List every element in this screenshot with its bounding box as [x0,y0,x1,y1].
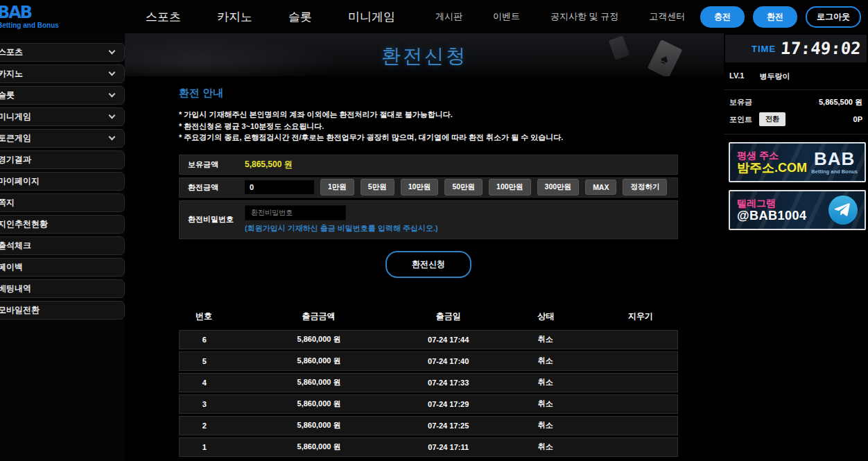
table-row: 5 5,860,000 원 07-24 17:40 취소 [179,351,678,371]
hero-banner: ♠ 환전신청 [125,33,724,76]
amount-input[interactable] [245,180,314,194]
point-value: 0P [853,115,862,123]
point-label: 포인트 [729,114,752,125]
amount-max-button[interactable]: MAX [585,180,616,195]
status-badge: 취소 [488,356,602,366]
nav-board[interactable]: 게시판 [435,10,462,23]
nav-sports[interactable]: 스포츠 [146,9,181,25]
server-clock: TIME 17:49:02 [725,35,867,62]
sidebar-item-minigame[interactable]: 미니게임 [0,107,125,126]
point-convert-button[interactable]: 전환 [759,112,785,126]
nav-minigame[interactable]: 미니게임 [348,9,395,25]
withdraw-password-input[interactable] [245,205,346,220]
amount-500k-button[interactable]: 50만원 [444,179,483,195]
page-title: 환전신청 [125,43,724,69]
sidebar-item-bet-history[interactable]: 베팅내역 [0,279,125,298]
table-row: 2 5,860,000 원 07-24 17:25 취소 [179,416,678,435]
user-level: LV.1 [729,71,744,82]
main-nav: 스포츠 카지노 슬롯 미니게임 [146,9,395,25]
guide-note: * 주요경기의 종료, 은행점검시간 전/후로는 환전업무가 굉장히 많으며, … [179,132,678,143]
sidebar-item-payback[interactable]: 페이백 [0,258,125,277]
amount-1m-button[interactable]: 100만원 [489,179,531,195]
header-date: 출금일 [408,311,488,322]
amount-row: 환전금액 1만원 5만원 10만원 50만원 100만원 300만원 MAX 정… [179,177,678,198]
telegram-banner[interactable]: 텔레그램 @BAB1004 [729,190,866,230]
user-level-row: LV.1 병두랑이 [724,62,868,90]
time-value: 17:49:02 [780,39,862,58]
balance-row: 보유금액 5,865,500 원 [179,155,678,175]
nav-slots[interactable]: 슬롯 [288,9,312,25]
balance-value: 5,865,500 원 [245,159,293,171]
withdraw-form: 보유금액 5,865,500 원 환전금액 1만원 5만원 10만원 50만원 … [179,155,678,239]
address-banner[interactable]: 평생 주소 밤주소.COM BAB Betting and Bonus [729,142,866,182]
nav-casino[interactable]: 카지노 [217,9,252,25]
withdraw-submit-button[interactable]: 환전신청 [385,251,471,278]
point-row: 포인트 전환 0P [724,107,868,134]
password-row: 환전비밀번호 (회원가입시 기재하신 출금 비밀번호를 입력해 주십시오.) [179,200,678,239]
balance-row: 보유금 5,865,500 원 [724,90,868,107]
chevron-down-icon [109,112,116,119]
withdraw-page: 환전 안내 * 가입시 기재해주신 본인명의의 계좌 이외에는 환전처리가 절대… [179,76,678,459]
chevron-down-icon [109,48,116,55]
sidebar-item-results[interactable]: 경기결과 [0,150,125,169]
nav-event[interactable]: 이벤트 [493,10,520,23]
password-note: (회원가입시 기재하신 출금 비밀번호를 입력해 주십시오.) [245,223,438,234]
amount-100k-button[interactable]: 10만원 [401,179,439,195]
telegram-icon [828,195,858,225]
status-badge: 취소 [488,399,602,409]
withdraw-button[interactable]: 환전 [753,6,797,28]
time-label: TIME [752,44,776,54]
table-row: 1 5,860,000 원 07-24 17:11 취소 [179,437,678,457]
table-row: 4 5,860,000 원 07-24 17:33 취소 [179,373,678,392]
logo-monogram: BAB [0,4,31,21]
nav-support[interactable]: 고객센터 [649,10,685,23]
logo-tagline: Betting and Bonus [0,22,59,29]
user-panel: TIME 17:49:02 LV.1 병두랑이 보유금 5,865,500 원 … [724,33,868,461]
sidebar-item-referrals[interactable]: 지인추천현황 [0,215,125,234]
table-row: 6 5,860,000 원 07-24 17:44 취소 [179,330,678,349]
status-badge: 취소 [488,420,602,430]
sidebar-item-casino[interactable]: 카지노 [0,64,125,83]
header-status: 상태 [488,311,603,322]
balance-label: 보유금 [729,97,752,107]
guide-notes: * 가입시 기재해주신 본인명의의 계좌 이외에는 환전처리가 절대로 불가능합… [179,109,678,143]
banner-line1: 텔레그램 [737,198,807,209]
banner-line2: 밤주소.COM [737,161,807,175]
sidebar-item-tokengame[interactable]: 토큰게임 [0,129,125,148]
amount-3m-button[interactable]: 300만원 [537,179,580,195]
table-header-row: 번호 출금금액 출금일 상태 지우기 [179,307,678,327]
sidebar-item-mobile-switch[interactable]: 모바일전환 [0,301,125,320]
nav-notice[interactable]: 공지사항 및 규정 [550,10,618,23]
header-amount: 출금금액 [229,311,408,322]
chevron-down-icon [109,69,116,76]
balance-label: 보유금액 [180,159,235,170]
sidebar-item-mypage[interactable]: 마이페이지 [0,172,125,191]
sub-nav: 게시판 이벤트 공지사항 및 규정 고객센터 [435,10,685,23]
header-no: 번호 [179,311,229,322]
sidebar-item-messages[interactable]: 쪽지 [0,193,125,212]
amount-10k-button[interactable]: 1만원 [320,179,354,195]
account-buttons: 충전 환전 로그아웃 [700,6,861,28]
withdraw-history-table: 번호 출금금액 출금일 상태 지우기 6 5,860,000 원 07-24 1… [179,307,678,457]
amount-50k-button[interactable]: 5만원 [361,179,394,195]
guide-title: 환전 안내 [179,87,678,100]
username: 병두랑이 [759,71,790,82]
sidebar-item-attendance[interactable]: 출석체크 [0,236,125,255]
site-logo[interactable]: BAB Betting and Bonus [0,4,103,29]
guide-note: * 가입시 기재해주신 본인명의의 계좌 이외에는 환전처리가 절대로 불가능합… [179,109,678,121]
deposit-button[interactable]: 충전 [700,6,745,28]
banner-brand: BAB [814,150,855,168]
sidebar-item-sports[interactable]: 스포츠 [0,43,125,62]
banner-brand-sub: Betting and Bonus [811,169,858,175]
sidebar-item-slots[interactable]: 슬롯 [0,86,125,105]
header-clear: 지우기 [603,311,678,322]
guide-note: * 환전신청은 평균 3~10분정도 소요됩니다. [179,121,678,132]
status-badge: 취소 [488,334,602,345]
chevron-down-icon [109,91,116,98]
logout-button[interactable]: 로그아웃 [806,6,861,28]
password-label: 환전비밀번호 [180,201,235,238]
balance-value: 5,865,500 원 [819,97,862,107]
banner-line2: @BAB1004 [737,209,807,223]
left-sidebar: 스포츠 카지노 슬롯 미니게임 토큰게임 경기결과 마이페이지 쪽지 지인추천현… [0,33,125,461]
amount-reset-button[interactable]: 정정하기 [623,179,667,195]
